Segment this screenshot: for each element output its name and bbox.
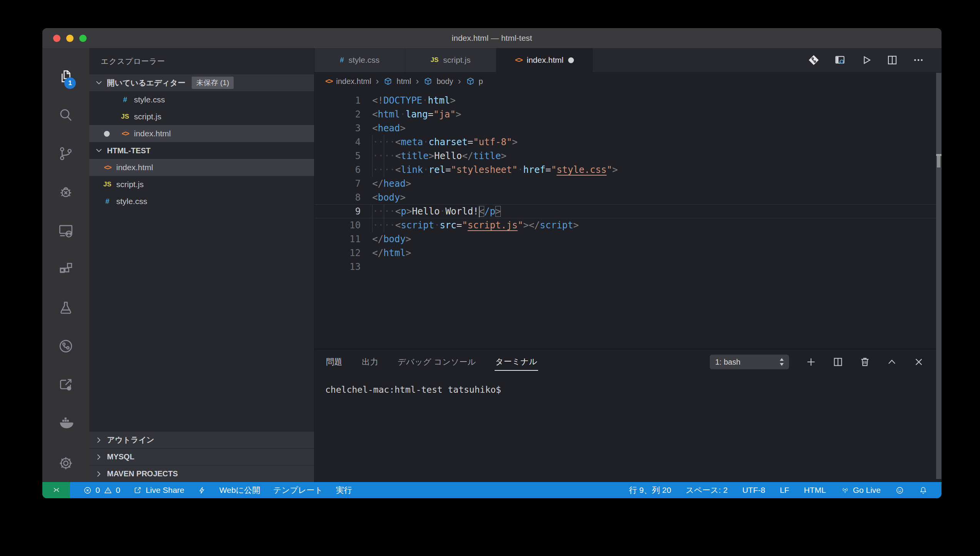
open-editors-label: 開いているエディター — [107, 78, 186, 88]
tab-scriptjs[interactable]: JS script.js — [405, 48, 496, 72]
problems-status[interactable]: 0 0 — [83, 486, 120, 495]
publish-web-status[interactable]: Webに公開 — [219, 485, 260, 496]
template-status[interactable]: テンプレート — [273, 485, 323, 496]
line-content: </html> — [372, 246, 411, 260]
docker-activity-button[interactable] — [55, 404, 77, 442]
live-share-activity-button[interactable] — [55, 365, 77, 404]
section-maven-projects[interactable]: MAVEN PROJECTS — [89, 465, 314, 482]
code-line[interactable]: 12</html> — [314, 246, 942, 260]
encoding-status[interactable]: UTF-8 — [742, 486, 765, 495]
close-panel-icon[interactable] — [913, 356, 925, 368]
git-compare-icon[interactable] — [808, 54, 820, 66]
code-line[interactable]: 8<body> — [314, 191, 942, 204]
language-mode-status[interactable]: HTML — [804, 486, 826, 495]
breadcrumb-file[interactable]: index.html — [336, 77, 371, 86]
go-live-status[interactable]: Go Live — [841, 486, 881, 495]
open-preview-icon[interactable] — [834, 54, 846, 66]
select-updown-icon — [778, 357, 785, 367]
editor-actions — [808, 48, 942, 72]
code-line[interactable]: 4····<meta·charset="utf-8"> — [314, 135, 942, 149]
search-activity-button[interactable] — [55, 96, 77, 134]
panel-tab-output[interactable]: 出力 — [361, 353, 379, 370]
language-label: HTML — [804, 486, 826, 495]
code-line[interactable]: 7</head> — [314, 177, 942, 191]
explorer-activity-button[interactable]: 1 — [55, 57, 77, 96]
kill-terminal-icon[interactable] — [859, 356, 871, 368]
smiley-icon — [895, 486, 904, 495]
panel-tab-terminal[interactable]: ターミナル — [495, 353, 538, 371]
zoom-window-button[interactable] — [79, 35, 87, 42]
tab-stylecss[interactable]: # style.css — [314, 48, 405, 72]
tree-item-indexhtml[interactable]: <> index.html — [89, 159, 314, 176]
line-number: 13 — [314, 260, 372, 274]
html-icon: <> — [119, 129, 132, 138]
remote-indicator[interactable] — [42, 482, 70, 498]
css-icon: # — [119, 95, 132, 104]
source-control-activity-button[interactable] — [55, 134, 77, 173]
bolt-status[interactable] — [197, 486, 206, 495]
open-editors-header[interactable]: 開いているエディター 未保存 (1) — [89, 74, 314, 91]
minimize-window-button[interactable] — [66, 35, 74, 42]
git-graph-activity-button[interactable] — [55, 327, 77, 365]
open-editor-item-scriptjs[interactable]: JS script.js — [89, 108, 314, 125]
close-window-button[interactable] — [53, 35, 60, 42]
remote-explorer-activity-button[interactable] — [55, 211, 77, 250]
new-terminal-icon[interactable] — [805, 356, 817, 368]
chevron-right-icon — [95, 470, 103, 478]
folder-header-html-test[interactable]: HTML-TEST — [89, 142, 314, 159]
section-mysql[interactable]: MYSQL — [89, 448, 314, 465]
code-line[interactable]: 10····<script·src="script.js"></script> — [314, 218, 942, 232]
live-share-status[interactable]: Live Share — [133, 486, 184, 495]
code-line[interactable]: 1<!DOCTYPE·html> — [314, 94, 942, 107]
terminal-output[interactable]: chelchel-mac:html-test tatsuhiko$ — [314, 375, 942, 395]
indentation-status[interactable]: スペース: 2 — [686, 485, 728, 496]
cursor-position-status[interactable]: 行 9、列 20 — [629, 485, 671, 496]
folder-label: HTML-TEST — [107, 146, 151, 155]
line-content: <head> — [372, 121, 406, 135]
testing-activity-button[interactable] — [55, 288, 77, 327]
code-line[interactable]: 3<head> — [314, 121, 942, 135]
code-line[interactable]: 5····<title>Hello</title> — [314, 149, 942, 163]
code-line[interactable]: 13 — [314, 260, 942, 274]
editor-scrollbar[interactable] — [936, 73, 942, 479]
open-editor-item-stylecss[interactable]: # style.css — [89, 91, 314, 108]
feedback-status[interactable] — [895, 486, 904, 495]
html-icon: <> — [325, 77, 332, 85]
run-status[interactable]: 実行 — [336, 485, 352, 496]
breadcrumb-symbol[interactable]: body — [436, 77, 453, 86]
tree-item-stylecss[interactable]: # style.css — [89, 193, 314, 210]
notifications-status[interactable] — [919, 486, 928, 495]
breadcrumb[interactable]: <> index.html › html › body › p — [314, 72, 942, 90]
maximize-panel-icon[interactable] — [886, 356, 898, 368]
sidebar-bottom-sections: アウトライン MYSQL MAVEN PROJECTS — [89, 431, 314, 482]
tab-indexhtml[interactable]: <> index.html — [496, 48, 593, 72]
split-terminal-icon[interactable] — [832, 356, 844, 368]
line-number: 8 — [314, 191, 372, 204]
warning-count: 0 — [116, 486, 120, 495]
eol-status[interactable]: LF — [780, 486, 789, 495]
terminal-shell-select[interactable]: 1: bash — [710, 355, 789, 369]
line-content: ····<meta·charset="utf-8"> — [372, 135, 518, 149]
code-line[interactable]: 6····<link·rel="stylesheet"·href="style.… — [314, 163, 942, 177]
section-outline[interactable]: アウトライン — [89, 431, 314, 448]
panel-tab-problems[interactable]: 問題 — [325, 353, 343, 370]
code-line[interactable]: 2<html·lang="ja"> — [314, 107, 942, 121]
more-actions-icon[interactable] — [912, 54, 925, 66]
code-area[interactable]: 1<!DOCTYPE·html>2<html·lang="ja">3<head>… — [314, 90, 942, 349]
settings-activity-button[interactable] — [55, 450, 77, 477]
html-icon: <> — [101, 163, 114, 172]
open-editor-item-indexhtml[interactable]: <> index.html — [89, 125, 314, 142]
breadcrumb-symbol[interactable]: html — [396, 77, 411, 86]
code-line[interactable]: 9····<p>Hello·World!</p> — [314, 204, 942, 218]
breadcrumb-symbol[interactable]: p — [479, 77, 483, 86]
debug-activity-button[interactable] — [55, 173, 77, 211]
extensions-activity-button[interactable] — [55, 250, 77, 288]
docker-whale-icon — [58, 415, 74, 431]
panel-tab-debug-console[interactable]: デバッグ コンソール — [397, 353, 477, 370]
code-line[interactable]: 11</body> — [314, 232, 942, 246]
extensions-icon — [58, 261, 74, 277]
tree-item-scriptjs[interactable]: JS script.js — [89, 176, 314, 193]
split-editor-icon[interactable] — [886, 54, 898, 66]
run-icon[interactable] — [860, 54, 872, 66]
terminal-actions — [805, 356, 925, 368]
